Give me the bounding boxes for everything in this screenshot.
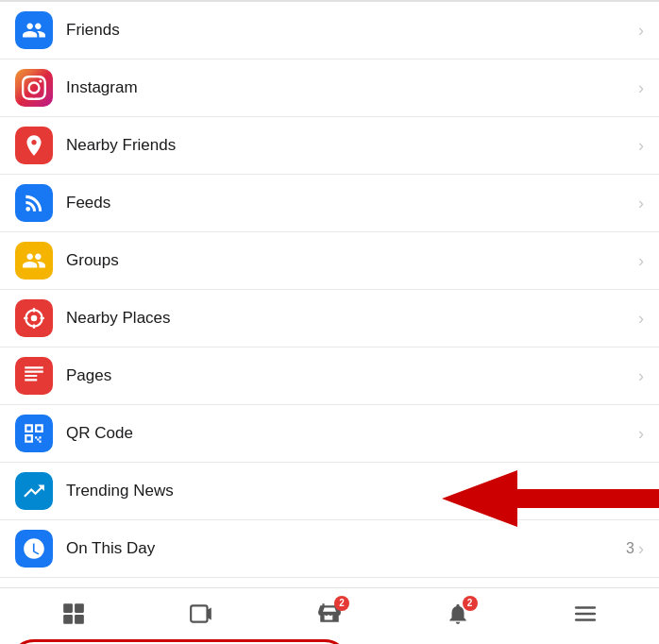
red-arrow bbox=[442, 470, 659, 527]
svg-point-1 bbox=[31, 315, 38, 322]
nav-item-video[interactable] bbox=[177, 594, 225, 639]
instagram-icon bbox=[15, 69, 53, 107]
nearby-places-chevron: › bbox=[638, 309, 644, 329]
menu-item-instagram[interactable]: Instagram › bbox=[0, 59, 659, 117]
qr-code-chevron: › bbox=[638, 424, 644, 444]
svg-rect-9 bbox=[63, 615, 73, 624]
svg-rect-10 bbox=[75, 615, 84, 624]
svg-rect-8 bbox=[75, 603, 84, 613]
trending-news-icon bbox=[15, 472, 53, 510]
qr-code-label: QR Code bbox=[66, 424, 638, 443]
nearby-places-icon bbox=[15, 299, 53, 337]
menu-item-pages[interactable]: Pages › bbox=[0, 347, 659, 405]
feeds-icon bbox=[15, 184, 53, 222]
menu-item-qr-code[interactable]: QR Code › bbox=[0, 405, 659, 463]
pages-icon bbox=[15, 357, 53, 395]
on-this-day-badge: 3 bbox=[626, 540, 634, 557]
nearby-friends-chevron: › bbox=[638, 136, 644, 156]
pages-chevron: › bbox=[638, 366, 644, 386]
svg-rect-11 bbox=[192, 605, 208, 621]
arrow-svg bbox=[442, 470, 659, 527]
svg-marker-12 bbox=[208, 607, 211, 619]
nav-bell-badge: 2 bbox=[463, 596, 478, 611]
nav-video-icon bbox=[189, 602, 213, 632]
on-this-day-label: On This Day bbox=[66, 539, 626, 558]
feeds-chevron: › bbox=[638, 194, 644, 213]
bottom-nav: 2 2 bbox=[0, 587, 659, 644]
nav-item-store[interactable]: 2 bbox=[306, 594, 353, 639]
instagram-label: Instagram bbox=[66, 78, 638, 97]
nearby-friends-label: Nearby Friends bbox=[66, 136, 638, 155]
nav-menu-icon bbox=[61, 602, 86, 632]
menu-item-on-this-day[interactable]: On This Day 3 › bbox=[0, 520, 659, 578]
feeds-label: Feeds bbox=[66, 194, 638, 212]
nearby-places-label: Nearby Places bbox=[66, 309, 638, 328]
groups-label: Groups bbox=[66, 251, 638, 270]
friends-label: Friends bbox=[66, 21, 638, 40]
friends-chevron: › bbox=[638, 21, 644, 41]
menu-item-groups[interactable]: Groups › bbox=[0, 232, 659, 290]
groups-chevron: › bbox=[638, 251, 644, 271]
nav-item-hamburger[interactable] bbox=[562, 594, 609, 639]
menu-item-nearby-places[interactable]: Nearby Places › bbox=[0, 290, 659, 347]
groups-icon bbox=[15, 242, 53, 280]
nav-hamburger-icon bbox=[573, 602, 598, 632]
menu-item-friends[interactable]: Friends › bbox=[0, 2, 659, 59]
nearby-friends-icon bbox=[15, 127, 53, 164]
menu-item-feeds[interactable]: Feeds › bbox=[0, 175, 659, 232]
svg-rect-7 bbox=[63, 603, 73, 613]
menu-item-nearby-friends[interactable]: Nearby Friends › bbox=[0, 117, 659, 175]
friends-icon bbox=[15, 11, 53, 49]
nav-item-notifications[interactable]: 2 bbox=[434, 594, 482, 639]
on-this-day-chevron: › bbox=[638, 539, 644, 559]
nav-item-menu[interactable] bbox=[50, 594, 97, 639]
menu-list: Friends › Instagram › Nearby Friends › F… bbox=[0, 2, 659, 644]
svg-marker-6 bbox=[442, 470, 659, 527]
on-this-day-icon bbox=[15, 530, 53, 568]
pages-label: Pages bbox=[66, 366, 638, 385]
instagram-chevron: › bbox=[638, 78, 644, 98]
qr-code-icon bbox=[15, 415, 53, 452]
nav-store-badge: 2 bbox=[334, 596, 349, 611]
